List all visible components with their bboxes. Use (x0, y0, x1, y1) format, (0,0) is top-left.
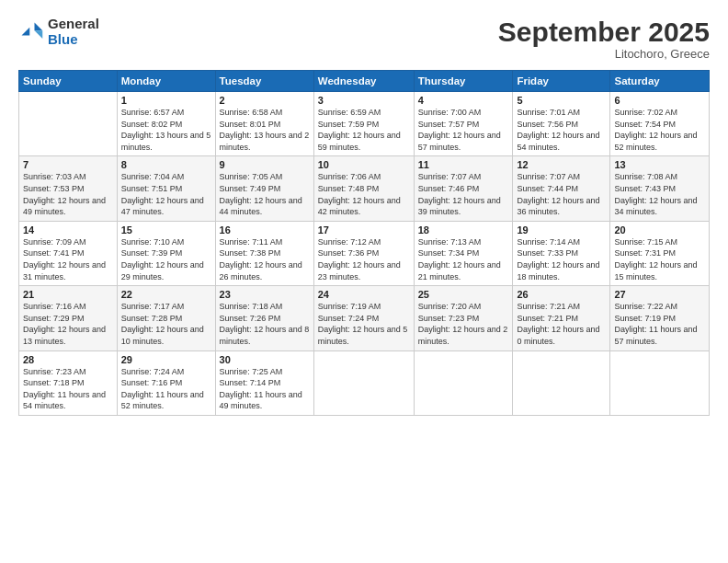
day-number: 10 (318, 159, 410, 170)
day-number: 4 (418, 95, 509, 106)
day-info: Sunrise: 7:16 AM Sunset: 7:29 PM Dayligh… (23, 301, 113, 347)
col-thursday: Thursday (414, 71, 513, 92)
calendar-cell: 21Sunrise: 7:16 AM Sunset: 7:29 PM Dayli… (19, 286, 118, 350)
calendar-cell (19, 92, 118, 156)
calendar: Sunday Monday Tuesday Wednesday Thursday… (18, 70, 710, 416)
svg-marker-2 (22, 27, 30, 35)
day-info: Sunrise: 7:14 AM Sunset: 7:33 PM Dayligh… (517, 236, 606, 282)
day-info: Sunrise: 6:57 AM Sunset: 8:02 PM Dayligh… (121, 107, 211, 153)
svg-marker-1 (35, 30, 43, 39)
day-info: Sunrise: 7:24 AM Sunset: 7:16 PM Dayligh… (121, 366, 211, 412)
calendar-cell: 11Sunrise: 7:07 AM Sunset: 7:46 PM Dayli… (414, 156, 513, 221)
col-tuesday: Tuesday (215, 71, 313, 92)
calendar-cell: 1Sunrise: 6:57 AM Sunset: 8:02 PM Daylig… (117, 92, 215, 156)
calendar-cell: 12Sunrise: 7:07 AM Sunset: 7:44 PM Dayli… (513, 156, 610, 221)
day-number: 24 (318, 289, 410, 300)
logo-text: General Blue (48, 17, 99, 47)
week-row-3: 14Sunrise: 7:09 AM Sunset: 7:41 PM Dayli… (19, 221, 710, 285)
day-number: 30 (220, 354, 310, 365)
day-info: Sunrise: 7:15 AM Sunset: 7:31 PM Dayligh… (614, 236, 705, 282)
day-number: 20 (614, 224, 705, 236)
day-info: Sunrise: 7:18 AM Sunset: 7:26 PM Dayligh… (220, 301, 310, 347)
day-number: 12 (517, 159, 606, 170)
col-wednesday: Wednesday (313, 71, 414, 92)
page: General Blue September 2025 Litochoro, G… (0, 0, 728, 563)
day-number: 15 (121, 224, 211, 236)
day-number: 21 (23, 289, 113, 300)
day-info: Sunrise: 7:07 AM Sunset: 7:44 PM Dayligh… (517, 171, 606, 217)
calendar-cell: 23Sunrise: 7:18 AM Sunset: 7:26 PM Dayli… (215, 286, 313, 350)
col-monday: Monday (117, 71, 215, 92)
col-friday: Friday (513, 71, 610, 92)
svg-marker-0 (35, 22, 43, 30)
day-info: Sunrise: 6:58 AM Sunset: 8:01 PM Dayligh… (220, 107, 310, 153)
calendar-cell: 10Sunrise: 7:06 AM Sunset: 7:48 PM Dayli… (313, 156, 414, 221)
calendar-cell: 26Sunrise: 7:21 AM Sunset: 7:21 PM Dayli… (513, 286, 610, 350)
day-info: Sunrise: 7:07 AM Sunset: 7:46 PM Dayligh… (418, 171, 509, 217)
logo-blue: Blue (48, 32, 99, 48)
day-info: Sunrise: 7:09 AM Sunset: 7:41 PM Dayligh… (23, 236, 113, 282)
calendar-cell: 16Sunrise: 7:11 AM Sunset: 7:38 PM Dayli… (215, 221, 313, 285)
month-title: September 2025 (498, 17, 710, 47)
header: General Blue September 2025 Litochoro, G… (18, 17, 710, 61)
calendar-cell: 25Sunrise: 7:20 AM Sunset: 7:23 PM Dayli… (414, 286, 513, 350)
day-number: 18 (418, 224, 509, 236)
day-info: Sunrise: 7:13 AM Sunset: 7:34 PM Dayligh… (418, 236, 509, 282)
calendar-cell: 27Sunrise: 7:22 AM Sunset: 7:19 PM Dayli… (610, 286, 710, 350)
day-info: Sunrise: 7:06 AM Sunset: 7:48 PM Dayligh… (318, 171, 410, 217)
calendar-cell: 13Sunrise: 7:08 AM Sunset: 7:43 PM Dayli… (610, 156, 710, 221)
day-number: 11 (418, 159, 509, 170)
location-subtitle: Litochoro, Greece (498, 47, 710, 61)
calendar-cell: 3Sunrise: 6:59 AM Sunset: 7:59 PM Daylig… (313, 92, 414, 156)
calendar-cell (313, 350, 414, 415)
day-number: 26 (517, 289, 606, 300)
calendar-cell: 4Sunrise: 7:00 AM Sunset: 7:57 PM Daylig… (414, 92, 513, 156)
calendar-cell: 7Sunrise: 7:03 AM Sunset: 7:53 PM Daylig… (19, 156, 118, 221)
calendar-cell: 2Sunrise: 6:58 AM Sunset: 8:01 PM Daylig… (215, 92, 313, 156)
day-number: 16 (220, 224, 310, 236)
calendar-cell: 6Sunrise: 7:02 AM Sunset: 7:54 PM Daylig… (610, 92, 710, 156)
calendar-cell: 9Sunrise: 7:05 AM Sunset: 7:49 PM Daylig… (215, 156, 313, 221)
title-block: September 2025 Litochoro, Greece (498, 17, 710, 61)
calendar-cell: 29Sunrise: 7:24 AM Sunset: 7:16 PM Dayli… (117, 350, 215, 415)
day-info: Sunrise: 7:08 AM Sunset: 7:43 PM Dayligh… (614, 171, 705, 217)
day-number: 23 (220, 289, 310, 300)
col-sunday: Sunday (19, 71, 118, 92)
day-number: 6 (614, 95, 705, 106)
day-info: Sunrise: 7:23 AM Sunset: 7:18 PM Dayligh… (23, 366, 113, 412)
calendar-cell: 14Sunrise: 7:09 AM Sunset: 7:41 PM Dayli… (19, 221, 118, 285)
logo: General Blue (18, 17, 99, 47)
day-number: 27 (614, 289, 705, 300)
week-row-1: 1Sunrise: 6:57 AM Sunset: 8:02 PM Daylig… (19, 92, 710, 156)
calendar-cell (414, 350, 513, 415)
logo-icon (18, 19, 44, 45)
day-number: 5 (517, 95, 606, 106)
day-info: Sunrise: 7:10 AM Sunset: 7:39 PM Dayligh… (121, 236, 211, 282)
day-number: 13 (614, 159, 705, 170)
day-number: 17 (318, 224, 410, 236)
day-number: 3 (318, 95, 410, 106)
logo-general: General (48, 17, 99, 32)
day-info: Sunrise: 7:19 AM Sunset: 7:24 PM Dayligh… (318, 301, 410, 347)
day-number: 19 (517, 224, 606, 236)
day-info: Sunrise: 7:03 AM Sunset: 7:53 PM Dayligh… (23, 171, 113, 217)
day-number: 22 (121, 289, 211, 300)
day-info: Sunrise: 7:04 AM Sunset: 7:51 PM Dayligh… (121, 171, 211, 217)
calendar-cell: 28Sunrise: 7:23 AM Sunset: 7:18 PM Dayli… (19, 350, 118, 415)
calendar-cell: 8Sunrise: 7:04 AM Sunset: 7:51 PM Daylig… (117, 156, 215, 221)
day-number: 29 (121, 354, 211, 365)
day-number: 14 (23, 224, 113, 236)
calendar-cell: 15Sunrise: 7:10 AM Sunset: 7:39 PM Dayli… (117, 221, 215, 285)
week-row-2: 7Sunrise: 7:03 AM Sunset: 7:53 PM Daylig… (19, 156, 710, 221)
day-info: Sunrise: 7:17 AM Sunset: 7:28 PM Dayligh… (121, 301, 211, 347)
week-row-5: 28Sunrise: 7:23 AM Sunset: 7:18 PM Dayli… (19, 350, 710, 415)
day-number: 8 (121, 159, 211, 170)
calendar-cell: 20Sunrise: 7:15 AM Sunset: 7:31 PM Dayli… (610, 221, 710, 285)
day-number: 2 (220, 95, 310, 106)
day-info: Sunrise: 7:11 AM Sunset: 7:38 PM Dayligh… (220, 236, 310, 282)
day-info: Sunrise: 7:00 AM Sunset: 7:57 PM Dayligh… (418, 107, 509, 153)
calendar-cell: 19Sunrise: 7:14 AM Sunset: 7:33 PM Dayli… (513, 221, 610, 285)
calendar-cell: 5Sunrise: 7:01 AM Sunset: 7:56 PM Daylig… (513, 92, 610, 156)
day-info: Sunrise: 6:59 AM Sunset: 7:59 PM Dayligh… (318, 107, 410, 153)
day-info: Sunrise: 7:21 AM Sunset: 7:21 PM Dayligh… (517, 301, 606, 347)
